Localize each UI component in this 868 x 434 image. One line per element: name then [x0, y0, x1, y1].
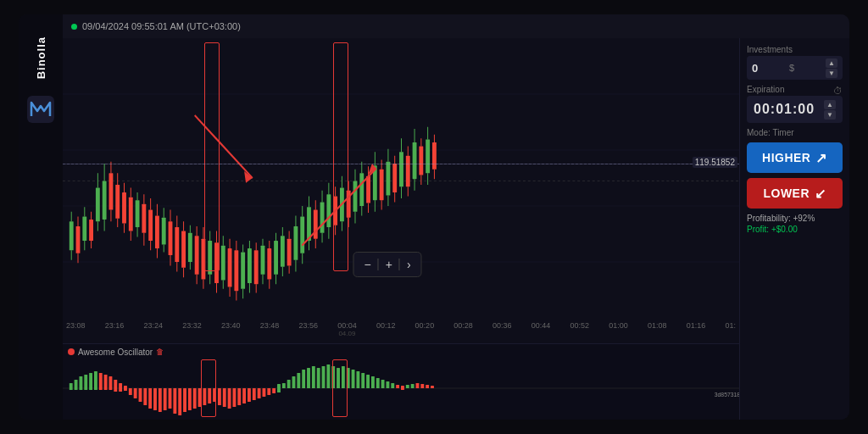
toolbar-minus-btn[interactable]: −: [361, 256, 375, 273]
svg-rect-221: [277, 388, 281, 392]
expiration-section: Expiration ⏱ 00:01:00 ▲ ▼: [747, 85, 843, 123]
expiration-label: Expiration: [747, 85, 784, 94]
svg-rect-30: [122, 192, 126, 223]
svg-rect-75: [221, 246, 225, 281]
svg-rect-192: [134, 388, 137, 398]
svg-rect-224: [287, 380, 291, 388]
svg-rect-208: [213, 388, 216, 402]
time-label-16: 01:08: [648, 321, 667, 337]
svg-rect-222: [277, 384, 281, 388]
svg-rect-183: [89, 373, 92, 390]
svg-rect-227: [302, 370, 305, 388]
oscillator-indicator-dot: [68, 348, 75, 355]
svg-rect-96: [267, 248, 271, 279]
svg-rect-187: [108, 376, 112, 390]
investments-input[interactable]: 0 $ ▲ ▼: [747, 56, 843, 80]
svg-rect-239: [361, 373, 364, 388]
time-label-9: 00:12: [376, 321, 396, 337]
svg-rect-150: [386, 162, 390, 196]
svg-rect-87: [248, 248, 252, 283]
svg-rect-244: [386, 381, 389, 388]
svg-rect-168: [426, 139, 430, 173]
chart-container: 119.51852 − + › 23:08 23:16 2: [63, 38, 739, 420]
svg-rect-108: [293, 226, 298, 260]
svg-rect-207: [208, 388, 211, 403]
svg-rect-196: [153, 388, 157, 410]
oscillator-area: Awesome Oscillator 🗑: [63, 343, 739, 420]
time-label-2: 23:16: [105, 321, 125, 337]
oscillator-trash-icon[interactable]: 🗑: [156, 348, 164, 356]
time-label-3: 23:24: [143, 321, 163, 337]
svg-rect-217: [258, 388, 261, 398]
svg-rect-246: [396, 385, 399, 388]
time-label-15: 01:00: [609, 321, 628, 337]
oscillator-chart: 3d8573186...: [63, 359, 739, 417]
svg-rect-253: [431, 386, 434, 388]
svg-rect-120: [320, 202, 325, 232]
expiration-clock-icon: ⏱: [833, 86, 843, 96]
svg-rect-184: [94, 371, 97, 390]
svg-rect-9: [76, 226, 81, 253]
svg-rect-248: [406, 385, 409, 388]
profit-value: Profit: +$0.00: [747, 225, 843, 234]
toolbar-plus-btn[interactable]: +: [382, 256, 396, 273]
investments-section: Investments 0 $ ▲ ▼: [747, 45, 843, 80]
svg-rect-238: [356, 371, 359, 388]
mode-label: Mode: Timer: [747, 128, 843, 137]
svg-rect-235: [342, 366, 345, 388]
svg-rect-69: [208, 241, 212, 275]
svg-rect-210: [223, 388, 226, 407]
expiration-up-btn[interactable]: ▲: [824, 100, 836, 109]
svg-rect-135: [353, 181, 358, 211]
svg-rect-186: [104, 375, 108, 390]
svg-rect-78: [228, 248, 232, 287]
svg-rect-230: [317, 368, 320, 388]
svg-rect-228: [307, 368, 310, 388]
lower-label: LOWER: [763, 186, 810, 200]
investments-label: Investments: [747, 45, 843, 54]
oscillator-header: Awesome Oscillator 🗑: [63, 344, 739, 359]
svg-rect-206: [203, 388, 206, 405]
main-area: 09/04/2024 09:55:01 AM (UTC+03:00): [63, 14, 849, 420]
svg-rect-204: [193, 388, 197, 409]
content-area: 119.51852 − + › 23:08 23:16 2: [63, 38, 849, 420]
svg-rect-179: [70, 383, 73, 390]
svg-rect-36: [136, 200, 140, 227]
svg-rect-60: [188, 233, 192, 262]
investments-stepper: ▲ ▼: [826, 58, 837, 78]
right-panel: Investments 0 $ ▲ ▼ Expiration ⏱: [739, 38, 849, 420]
time-label-7: 23:56: [298, 321, 318, 337]
svg-line-174: [195, 115, 253, 178]
higher-button[interactable]: HIGHER ↗: [747, 142, 843, 173]
svg-rect-223: [282, 383, 286, 388]
lower-button[interactable]: LOWER ↙: [747, 178, 843, 209]
svg-rect-180: [75, 380, 78, 390]
investments-up-btn[interactable]: ▲: [826, 58, 837, 68]
svg-rect-162: [413, 142, 417, 179]
investments-down-btn[interactable]: ▼: [826, 69, 837, 78]
expiration-down-btn[interactable]: ▼: [824, 110, 836, 120]
svg-rect-185: [99, 373, 103, 390]
svg-rect-45: [155, 215, 159, 248]
svg-rect-241: [371, 376, 375, 388]
candlestick-area[interactable]: 119.51852 − + ›: [63, 38, 739, 318]
svg-rect-39: [142, 204, 146, 233]
time-label-10: 00:20: [415, 321, 435, 337]
time-label-8: 00:04 04.09: [337, 321, 357, 337]
svg-rect-252: [426, 385, 429, 388]
time-label-6: 23:48: [260, 321, 280, 337]
svg-rect-51: [169, 221, 173, 255]
profitability-section: Profitability: +92% Profit: +$0.00: [747, 214, 843, 234]
svg-rect-188: [114, 380, 117, 392]
svg-rect-15: [89, 220, 93, 241]
toolbar-arrow-btn[interactable]: ›: [403, 256, 415, 273]
svg-rect-201: [178, 388, 181, 415]
toolbar-divider-1: [378, 259, 379, 270]
higher-label: HIGHER: [762, 151, 810, 164]
svg-rect-84: [241, 253, 245, 289]
expiration-timer[interactable]: 00:01:00 ▲ ▼: [747, 96, 843, 123]
svg-rect-93: [261, 246, 265, 275]
svg-rect-205: [198, 388, 202, 407]
higher-arrow-icon: ↗: [815, 150, 827, 166]
svg-rect-159: [406, 156, 410, 186]
